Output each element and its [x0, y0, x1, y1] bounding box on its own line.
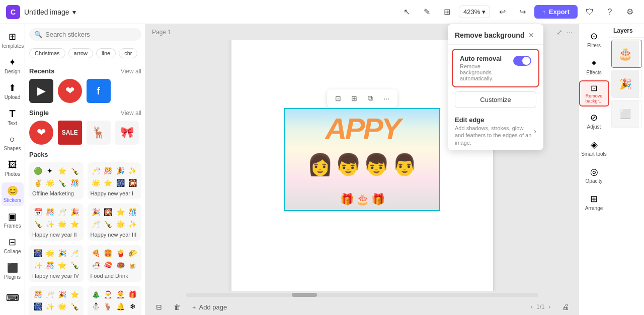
tool-label-opacity: Opacity: [586, 178, 603, 184]
remove-bg-close-btn[interactable]: ✕: [526, 30, 536, 40]
pack-offline-marketing[interactable]: 🟢 ✦ ⭐ 🍾 ✌ 🌟 🍾 🎊 Offline Marketing: [29, 162, 84, 199]
arrange-icon: ⊞: [590, 193, 598, 204]
sidebar-item-upload[interactable]: ⬆ Upload: [2, 79, 24, 103]
tool-smart-tools[interactable]: ◈ Smart tools: [579, 135, 609, 161]
copy-page-btn[interactable]: ⊟: [152, 300, 166, 314]
layout-select-btn[interactable]: ⊞: [347, 91, 361, 106]
layer-item-2[interactable]: 🎉: [611, 70, 642, 98]
layer-item-1[interactable]: 🎂: [611, 40, 642, 68]
delete-page-btn[interactable]: 🗑: [170, 300, 184, 314]
pack-happy-new-year-4[interactable]: 🎆 🌟 🎉 🥂 ✨ 🎊 ⭐ 🍾 Happy new year IV: [29, 245, 84, 282]
pack-sticker: 🍜: [91, 260, 102, 271]
recents-view-all[interactable]: View all: [121, 68, 141, 75]
canvas-image[interactable]: APPY 👩 👦 👦 👨 🎁 🎂 🎁: [284, 108, 440, 211]
auto-removal-toggle[interactable]: [513, 56, 531, 66]
remove-bg-title: Remove background: [455, 31, 524, 39]
sidebar-item-frames[interactable]: ▣ Frames: [2, 208, 24, 232]
pack-sticker: 🍺: [127, 260, 138, 271]
add-page-icon: +: [192, 303, 196, 311]
recents-header: Recents View all: [29, 67, 141, 75]
print-btn[interactable]: 🖨: [558, 300, 573, 314]
search-box[interactable]: 🔍: [29, 28, 141, 41]
next-page-btn[interactable]: ›: [548, 303, 550, 310]
layer-item-3[interactable]: ⬜: [611, 100, 642, 128]
sidebar-icons: ⊞ Templates ✦ Design ⬆ Upload T Text ○ S…: [0, 24, 25, 315]
recents-grid: ▶ ❤ f: [29, 79, 141, 103]
single-title: Single: [29, 109, 49, 117]
recent-sticker-facebook[interactable]: f: [87, 79, 111, 103]
pack-sticker: 🎆: [32, 301, 43, 312]
sidebar-item-shapes[interactable]: ○ Shapes: [2, 131, 24, 154]
pack-food-drink[interactable]: 🍕 🍔 🍟 🌮 🍜 🍣 🍩 🍺 Food and Drink: [88, 245, 142, 282]
document-title[interactable]: Untitled image ▾: [24, 8, 76, 16]
tag-line[interactable]: line: [96, 48, 116, 58]
export-button[interactable]: ↑ Export: [534, 5, 578, 19]
layout-btn[interactable]: ⊞: [439, 4, 455, 20]
header-icon-expand[interactable]: ⤢: [556, 28, 562, 36]
tag-chr[interactable]: chr: [119, 48, 137, 58]
sidebar-item-plugins[interactable]: ⬛ Plugins: [2, 259, 24, 283]
tool-arrange[interactable]: ⊞ Arrange: [579, 189, 609, 215]
edit-edge-row[interactable]: Edit edge Add shadows, strokes, glow, an…: [448, 112, 543, 150]
draw-tool-btn[interactable]: ✎: [419, 4, 435, 20]
pack-title-food: Food and Drink: [91, 273, 139, 279]
sidebar-item-templates[interactable]: ⊞ Templates: [2, 28, 24, 52]
customize-btn[interactable]: Customize: [455, 91, 536, 108]
pack-happy-new-year-3[interactable]: 🎉 🎇 ⭐ 🎊 🥂 🍾 🌟 ✨ Happy new year III: [88, 203, 142, 241]
sidebar-item-keyboard[interactable]: ⌨: [2, 285, 24, 311]
pack-happy-new-year-1[interactable]: 🥂 🎊 🎉 ✨ 🌟 ⭐ 🎆 🎇 Happy new year I: [88, 162, 142, 199]
tool-effects[interactable]: ✦ Effects: [579, 53, 609, 79]
sidebar-item-text[interactable]: T Text: [2, 105, 24, 129]
search-input[interactable]: [45, 31, 136, 38]
pack-sticker: 🌟: [91, 177, 102, 188]
zoom-control[interactable]: 423% ▾: [459, 6, 490, 18]
sidebar-item-photos[interactable]: 🖼 Photos: [2, 156, 24, 180]
pack-title-offline: Offline Marketing: [32, 190, 80, 196]
tag-arrow[interactable]: arrow: [68, 48, 94, 58]
sidebar-item-stickers[interactable]: 😊 Stickers: [2, 182, 24, 206]
pack-happy-new-year-2[interactable]: 📅 🎊 🥂 🎉 🍾 ✨ 🌟 ⭐ Happy new year II: [29, 203, 84, 241]
recent-sticker-play[interactable]: ▶: [29, 79, 53, 103]
design-icon: ✦: [9, 57, 16, 68]
crop-btn[interactable]: ⊡: [331, 91, 345, 106]
pack-stickers: 🥂 🎊 🎉 ✨ 🌟 ⭐ 🎆 🎇: [91, 165, 139, 188]
undo-btn[interactable]: ↩: [494, 4, 510, 20]
tool-filters[interactable]: ⊙ Filters: [579, 26, 609, 52]
tool-opacity[interactable]: ◎ Opacity: [579, 162, 609, 188]
photo-people: 👩 👦 👦 👨: [307, 152, 418, 177]
shapes-icon: ○: [10, 134, 15, 145]
pack-new-year[interactable]: 🎊 🥂 🎉 ⭐ 🎆 ✨ 🌟 🍾 New Year: [29, 286, 84, 315]
settings-btn[interactable]: ⚙: [622, 4, 638, 20]
add-page-btn[interactable]: + Add page: [188, 301, 231, 313]
duplicate-btn[interactable]: ⧉: [363, 91, 377, 106]
sidebar-item-collage[interactable]: ⊟ Collage: [2, 234, 24, 257]
single-sticker-reindeer[interactable]: 🦌: [87, 121, 111, 145]
single-view-all[interactable]: View all: [121, 110, 141, 117]
tag-christmas[interactable]: Christmas: [29, 48, 65, 58]
more-btn[interactable]: ···: [379, 91, 393, 106]
pack-sticker: 🔔: [115, 301, 126, 312]
single-sticker-heart[interactable]: ❤: [29, 121, 53, 145]
frames-icon: ▣: [8, 211, 17, 222]
single-sticker-4[interactable]: 🎀: [115, 121, 139, 145]
single-sticker-sale[interactable]: SALE: [58, 121, 82, 145]
pack-sticker: ⭐: [115, 206, 126, 218]
redo-btn[interactable]: ↪: [514, 4, 530, 20]
tool-remove-bg[interactable]: ⊡ Remove backgr...: [579, 80, 609, 107]
pack-christmas-1[interactable]: 🎄 🎅 🤶 🎁 ⛄ 🦌 🔔 ❄ Christmas I: [88, 286, 142, 315]
select-tool-btn[interactable]: ↖: [398, 4, 415, 20]
recent-sticker-heart[interactable]: ❤: [58, 79, 82, 103]
search-icon: 🔍: [34, 31, 42, 38]
pack-sticker: 🥂: [69, 248, 80, 259]
sidebar-item-design[interactable]: ✦ Design: [2, 54, 24, 77]
layers-title: Layers: [609, 24, 644, 38]
shield-btn[interactable]: 🛡: [582, 4, 598, 20]
header-icon-more[interactable]: ···: [567, 28, 573, 36]
pack-sticker: 🎊: [127, 206, 138, 218]
tool-adjust[interactable]: ⊘ Adjust: [579, 108, 609, 134]
h-scrollbar-thumb[interactable]: [292, 293, 317, 297]
add-page-label: Add page: [199, 303, 227, 311]
h-scrollbar[interactable]: [186, 293, 538, 297]
help-btn[interactable]: ?: [602, 4, 618, 20]
prev-page-btn[interactable]: ‹: [531, 303, 533, 310]
